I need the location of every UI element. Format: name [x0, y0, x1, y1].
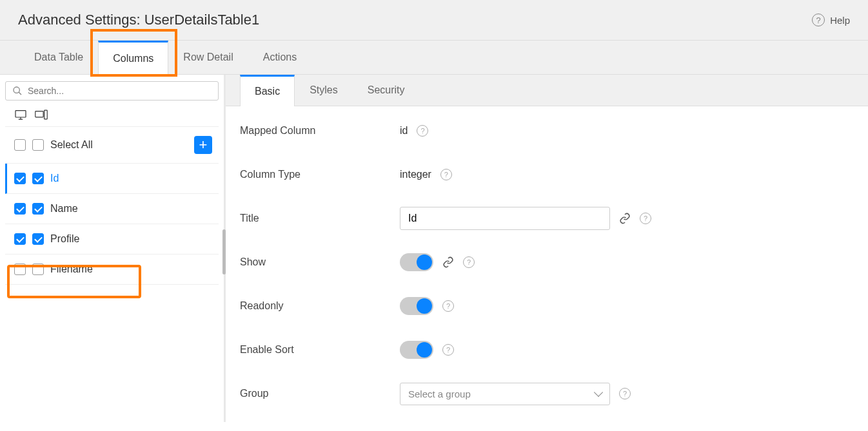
column-label: Id: [50, 173, 59, 184]
label-mapped-column: Mapped Column: [240, 125, 400, 137]
link-icon[interactable]: [619, 213, 631, 224]
column-item-id[interactable]: Id: [5, 164, 219, 194]
select-all-checkbox-1[interactable]: [14, 139, 26, 151]
columns-sidebar: Select All Id Name Profile File: [0, 75, 226, 422]
scrollbar-thumb[interactable]: [222, 229, 226, 274]
page-title: Advanced Settings: UserDetailsTable1: [18, 12, 259, 28]
sub-tab-bar: Basic Styles Security: [226, 75, 868, 106]
search-icon: [12, 86, 23, 96]
svg-point-0: [14, 87, 19, 93]
info-icon[interactable]: [440, 169, 452, 180]
row-column-type: Column Type integer: [240, 163, 854, 186]
column-label: Profile: [50, 233, 79, 245]
tab-columns[interactable]: Columns: [98, 41, 168, 75]
column-checkbox-1[interactable]: [14, 203, 26, 215]
svg-rect-6: [44, 110, 48, 119]
label-title: Title: [240, 213, 400, 224]
form-area: Mapped Column id Column Type integer Tit…: [226, 106, 868, 422]
info-icon[interactable]: [619, 388, 631, 399]
subtab-styles[interactable]: Styles: [295, 75, 353, 106]
svg-line-1: [19, 92, 21, 95]
column-checkbox-1[interactable]: [14, 233, 26, 245]
select-all-checkbox-2[interactable]: [32, 139, 44, 151]
row-group: Group Select a group: [240, 382, 854, 405]
column-label: Filename: [50, 263, 93, 275]
column-item-name[interactable]: Name: [5, 194, 219, 224]
label-group: Group: [240, 388, 400, 399]
info-icon[interactable]: [417, 125, 428, 137]
column-list: Select All Id Name Profile File: [5, 127, 219, 285]
search-box[interactable]: [5, 81, 219, 101]
column-item-profile[interactable]: Profile: [5, 224, 219, 254]
column-checkbox-2[interactable]: [32, 233, 44, 245]
label-column-type: Column Type: [240, 169, 400, 180]
info-icon[interactable]: [640, 213, 651, 224]
add-column-button[interactable]: [194, 136, 212, 154]
select-all-label: Select All: [50, 139, 93, 151]
select-group[interactable]: Select a group: [400, 383, 610, 405]
row-show: Show: [240, 251, 854, 274]
row-readonly: Readonly: [240, 294, 854, 318]
column-checkbox-1[interactable]: [14, 173, 26, 184]
help-link[interactable]: ? Help: [812, 14, 850, 26]
search-input[interactable]: [28, 86, 212, 96]
label-enable-sort: Enable Sort: [240, 344, 400, 356]
tab-data-table[interactable]: Data Table: [19, 41, 98, 74]
label-readonly: Readonly: [240, 300, 400, 312]
row-mapped-column: Mapped Column id: [240, 119, 854, 142]
column-checkbox-2[interactable]: [32, 173, 44, 184]
help-icon: ?: [812, 14, 825, 26]
toggle-show[interactable]: [400, 253, 433, 271]
column-label: Name: [50, 203, 78, 215]
info-icon[interactable]: [463, 256, 475, 268]
column-checkbox-1[interactable]: [14, 263, 26, 275]
select-all-row[interactable]: Select All: [5, 127, 219, 164]
row-title: Title: [240, 207, 854, 230]
tab-actions[interactable]: Actions: [248, 41, 311, 74]
content-area: Select All Id Name Profile File: [0, 75, 868, 422]
toggle-enable-sort[interactable]: [400, 341, 433, 359]
info-icon[interactable]: [442, 300, 454, 312]
value-column-type: integer: [400, 169, 431, 180]
svg-rect-2: [15, 111, 26, 117]
column-checkbox-2[interactable]: [32, 203, 44, 215]
desktop-icon[interactable]: [14, 110, 27, 120]
device-icons-row: [5, 106, 219, 127]
column-checkbox-2[interactable]: [32, 263, 44, 275]
subtab-security[interactable]: Security: [353, 75, 420, 106]
mobile-icon[interactable]: [35, 110, 48, 120]
svg-rect-5: [35, 111, 43, 117]
detail-pane: Basic Styles Security Mapped Column id C…: [226, 75, 868, 422]
help-label: Help: [830, 15, 850, 26]
input-title[interactable]: [400, 207, 610, 230]
chevron-down-icon: [594, 388, 603, 397]
tab-row-detail[interactable]: Row Detail: [168, 41, 248, 74]
info-icon[interactable]: [442, 344, 454, 356]
value-mapped-column: id: [400, 125, 408, 137]
row-enable-sort: Enable Sort: [240, 338, 854, 361]
main-tab-bar: Data Table Columns Row Detail Actions: [0, 41, 868, 75]
label-show: Show: [240, 256, 400, 268]
column-item-filename[interactable]: Filename: [5, 254, 219, 285]
toggle-readonly[interactable]: [400, 297, 433, 315]
subtab-basic[interactable]: Basic: [240, 75, 295, 106]
select-group-placeholder: Select a group: [408, 388, 471, 399]
header-bar: Advanced Settings: UserDetailsTable1 ? H…: [0, 0, 868, 41]
link-icon[interactable]: [442, 256, 454, 268]
